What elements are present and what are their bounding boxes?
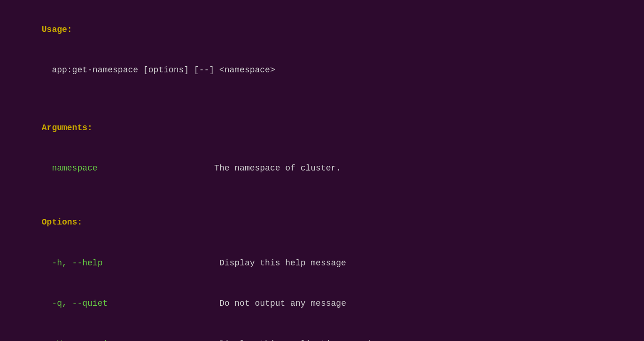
arguments-section: Arguments: namespace The namespace of cl… <box>11 108 633 189</box>
usage-command: app:get-namespace [options] [--] <namesp… <box>11 50 633 90</box>
option-help: -h, --help Display this help message <box>11 243 633 283</box>
usage-section: Usage: app:get-namespace [options] [--] … <box>11 9 633 91</box>
usage-header: Usage: <box>11 9 633 50</box>
options-header: Options: <box>11 202 633 242</box>
terminal-output: Usage: app:get-namespace [options] [--] … <box>11 9 633 341</box>
option-version: -V, --version Display this application v… <box>11 324 633 341</box>
options-section: Options: -h, --help Display this help me… <box>11 202 633 341</box>
options-label: Options: <box>42 217 82 227</box>
usage-label: Usage: <box>42 25 72 34</box>
arg-namespace: namespace The namespace of cluster. <box>11 148 633 188</box>
arguments-label: Arguments: <box>42 123 93 132</box>
option-quiet: -q, --quiet Do not output any message <box>11 283 633 324</box>
arguments-header: Arguments: <box>11 108 633 148</box>
